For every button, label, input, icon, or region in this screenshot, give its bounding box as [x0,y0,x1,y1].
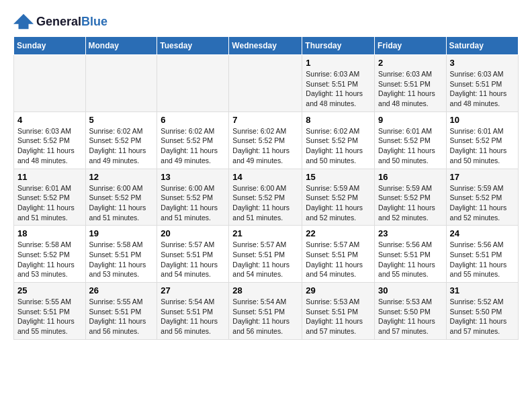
calendar-table: SundayMondayTuesdayWednesdayThursdayFrid… [13,36,519,340]
calendar-week-1: 1Sunrise: 6:03 AM Sunset: 5:51 PM Daylig… [14,55,519,112]
day-info: Sunrise: 6:00 AM Sunset: 5:52 PM Dayligh… [161,183,225,223]
day-number: 19 [89,228,154,238]
calendar-cell: 2Sunrise: 6:03 AM Sunset: 5:51 PM Daylig… [375,55,447,112]
day-info: Sunrise: 6:02 AM Sunset: 5:52 PM Dayligh… [306,126,371,166]
day-number: 15 [306,172,371,182]
day-info: Sunrise: 6:01 AM Sunset: 5:52 PM Dayligh… [378,126,443,166]
day-number: 27 [161,285,225,295]
day-info: Sunrise: 5:53 AM Sunset: 5:50 PM Dayligh… [378,297,443,336]
day-number: 29 [306,285,371,295]
day-info: Sunrise: 6:02 AM Sunset: 5:52 PM Dayligh… [89,126,154,166]
calendar-cell: 29Sunrise: 5:53 AM Sunset: 5:51 PM Dayli… [302,283,375,340]
calendar-cell: 26Sunrise: 5:55 AM Sunset: 5:51 PM Dayli… [85,283,157,340]
calendar-cell [85,55,157,112]
day-number: 25 [17,285,82,295]
day-number: 10 [450,115,515,125]
calendar-cell: 9Sunrise: 6:01 AM Sunset: 5:52 PM Daylig… [375,111,447,169]
svg-marker-0 [13,14,34,30]
day-info: Sunrise: 5:59 AM Sunset: 5:52 PM Dayligh… [378,183,443,223]
day-number: 1 [306,58,371,68]
calendar-cell: 7Sunrise: 6:02 AM Sunset: 5:52 PM Daylig… [229,111,302,169]
day-info: Sunrise: 5:57 AM Sunset: 5:51 PM Dayligh… [161,240,225,279]
day-info: Sunrise: 5:57 AM Sunset: 5:51 PM Dayligh… [306,240,371,279]
day-number: 20 [161,228,225,238]
day-number: 2 [378,58,443,68]
calendar-week-3: 11Sunrise: 6:01 AM Sunset: 5:52 PM Dayli… [14,169,519,226]
day-info: Sunrise: 6:03 AM Sunset: 5:51 PM Dayligh… [306,69,371,109]
calendar-cell: 19Sunrise: 5:58 AM Sunset: 5:51 PM Dayli… [85,226,157,283]
calendar-cell: 1Sunrise: 6:03 AM Sunset: 5:51 PM Daylig… [302,55,375,112]
calendar-cell: 10Sunrise: 6:01 AM Sunset: 5:52 PM Dayli… [446,111,518,169]
day-number: 11 [17,172,82,182]
day-number: 16 [378,172,443,182]
page-header: GeneralBlue [13,13,519,30]
day-info: Sunrise: 5:56 AM Sunset: 5:51 PM Dayligh… [450,240,515,279]
day-number: 21 [232,228,298,238]
day-info: Sunrise: 5:52 AM Sunset: 5:50 PM Dayligh… [450,297,515,336]
day-number: 17 [450,172,515,182]
calendar-cell: 27Sunrise: 5:54 AM Sunset: 5:51 PM Dayli… [157,283,229,340]
day-info: Sunrise: 6:02 AM Sunset: 5:52 PM Dayligh… [161,126,225,166]
header-monday: Monday [85,37,157,55]
day-number: 3 [450,58,515,68]
calendar-cell: 20Sunrise: 5:57 AM Sunset: 5:51 PM Dayli… [157,226,229,283]
day-number: 13 [161,172,225,182]
calendar-week-4: 18Sunrise: 5:58 AM Sunset: 5:52 PM Dayli… [14,226,519,283]
calendar-cell: 24Sunrise: 5:56 AM Sunset: 5:51 PM Dayli… [446,226,518,283]
day-info: Sunrise: 6:03 AM Sunset: 5:51 PM Dayligh… [378,69,443,109]
day-info: Sunrise: 5:54 AM Sunset: 5:51 PM Dayligh… [161,297,225,336]
day-info: Sunrise: 6:00 AM Sunset: 5:52 PM Dayligh… [232,183,298,223]
calendar-cell [157,55,229,112]
day-info: Sunrise: 5:56 AM Sunset: 5:51 PM Dayligh… [378,240,443,279]
calendar-cell: 15Sunrise: 5:59 AM Sunset: 5:52 PM Dayli… [302,169,375,226]
calendar-cell: 18Sunrise: 5:58 AM Sunset: 5:52 PM Dayli… [14,226,86,283]
calendar-cell: 4Sunrise: 6:03 AM Sunset: 5:52 PM Daylig… [14,111,86,169]
calendar-week-2: 4Sunrise: 6:03 AM Sunset: 5:52 PM Daylig… [14,111,519,169]
day-info: Sunrise: 5:58 AM Sunset: 5:52 PM Dayligh… [17,240,82,279]
header-sunday: Sunday [14,37,86,55]
calendar-header-row: SundayMondayTuesdayWednesdayThursdayFrid… [14,37,519,55]
header-friday: Friday [375,37,447,55]
day-info: Sunrise: 6:03 AM Sunset: 5:52 PM Dayligh… [17,126,82,166]
day-info: Sunrise: 6:00 AM Sunset: 5:52 PM Dayligh… [89,183,154,223]
calendar-cell: 17Sunrise: 5:59 AM Sunset: 5:52 PM Dayli… [446,169,518,226]
calendar-cell: 14Sunrise: 6:00 AM Sunset: 5:52 PM Dayli… [229,169,302,226]
calendar-cell: 13Sunrise: 6:00 AM Sunset: 5:52 PM Dayli… [157,169,229,226]
logo-text: GeneralBlue [36,15,107,29]
calendar-cell [14,55,86,112]
calendar-cell: 12Sunrise: 6:00 AM Sunset: 5:52 PM Dayli… [85,169,157,226]
day-number: 7 [232,115,298,125]
day-number: 24 [450,228,515,238]
calendar-cell: 28Sunrise: 5:54 AM Sunset: 5:51 PM Dayli… [229,283,302,340]
day-number: 4 [17,115,82,125]
day-number: 14 [232,172,298,182]
calendar-cell: 5Sunrise: 6:02 AM Sunset: 5:52 PM Daylig… [85,111,157,169]
calendar-week-5: 25Sunrise: 5:55 AM Sunset: 5:51 PM Dayli… [14,283,519,340]
day-info: Sunrise: 5:59 AM Sunset: 5:52 PM Dayligh… [450,183,515,223]
day-info: Sunrise: 5:54 AM Sunset: 5:51 PM Dayligh… [232,297,298,336]
day-number: 22 [306,228,371,238]
calendar-cell: 6Sunrise: 6:02 AM Sunset: 5:52 PM Daylig… [157,111,229,169]
logo-icon [13,13,34,30]
day-number: 5 [89,115,154,125]
calendar-cell: 11Sunrise: 6:01 AM Sunset: 5:52 PM Dayli… [14,169,86,226]
header-thursday: Thursday [302,37,375,55]
day-info: Sunrise: 5:55 AM Sunset: 5:51 PM Dayligh… [89,297,154,336]
day-info: Sunrise: 6:01 AM Sunset: 5:52 PM Dayligh… [17,183,82,223]
calendar-cell: 16Sunrise: 5:59 AM Sunset: 5:52 PM Dayli… [375,169,447,226]
day-info: Sunrise: 5:57 AM Sunset: 5:51 PM Dayligh… [232,240,298,279]
day-number: 6 [161,115,225,125]
calendar-cell: 22Sunrise: 5:57 AM Sunset: 5:51 PM Dayli… [302,226,375,283]
day-info: Sunrise: 6:01 AM Sunset: 5:52 PM Dayligh… [450,126,515,166]
day-number: 8 [306,115,371,125]
calendar-cell: 30Sunrise: 5:53 AM Sunset: 5:50 PM Dayli… [375,283,447,340]
day-number: 30 [378,285,443,295]
calendar-cell [229,55,302,112]
calendar-cell: 23Sunrise: 5:56 AM Sunset: 5:51 PM Dayli… [375,226,447,283]
day-info: Sunrise: 5:59 AM Sunset: 5:52 PM Dayligh… [306,183,371,223]
day-number: 23 [378,228,443,238]
calendar-cell: 3Sunrise: 6:03 AM Sunset: 5:51 PM Daylig… [446,55,518,112]
day-info: Sunrise: 6:03 AM Sunset: 5:51 PM Dayligh… [450,69,515,109]
calendar-cell: 8Sunrise: 6:02 AM Sunset: 5:52 PM Daylig… [302,111,375,169]
day-number: 31 [450,285,515,295]
